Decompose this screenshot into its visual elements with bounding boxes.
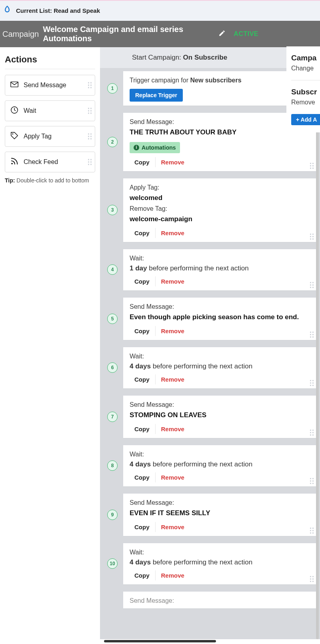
action-item-envelope[interactable]: Send Message (5, 75, 95, 96)
campaign-status-badge: ACTIVE (234, 30, 258, 38)
sidebar-heading: Actions (5, 54, 95, 65)
message-title: STOMPING ON LEAVES (130, 411, 310, 420)
edit-icon[interactable] (218, 30, 226, 38)
svg-point-3 (11, 163, 13, 164)
step-number-badge: 1 (107, 83, 118, 94)
wait-description: 4 days before performing the next action (130, 362, 310, 370)
step-row: 6Wait: 4 days before performing the next… (100, 344, 320, 388)
step-row: 8Wait: 4 days before performing the next… (100, 442, 320, 486)
copy-button[interactable]: Copy (134, 157, 156, 167)
step-card[interactable]: Send Message: Even though apple picking … (123, 298, 316, 340)
remove-button[interactable]: Remove (156, 424, 184, 434)
replace-trigger-button[interactable]: Replace Trigger (130, 89, 183, 102)
step-number-badge: 8 (107, 460, 118, 471)
step-heading: Send Message: (130, 499, 310, 506)
remove-button[interactable]: Remove (156, 228, 184, 238)
current-list-label[interactable]: Current List: Read and Speak (16, 7, 100, 14)
remove-tag-label: Remove Tag: (130, 205, 310, 212)
remove-tag-value: welcome-campaign (130, 215, 310, 224)
right-panel: Campa Change Subscr Remove + Add A (286, 46, 320, 132)
step-row: 9Send Message: EVEN IF IT SEEMS SILLY Co… (100, 490, 320, 536)
right-remove-link[interactable]: Remove (291, 99, 320, 106)
tag-icon (10, 131, 19, 142)
step-card[interactable]: Wait: 4 days before performing the next … (123, 445, 316, 486)
step-row: Send Message: (100, 588, 320, 608)
step-card[interactable]: Send Message: STOMPING ON LEAVES CopyRem… (123, 396, 316, 438)
copy-button[interactable]: Copy (134, 374, 156, 384)
wait-description: 4 days before performing the next action (130, 558, 310, 566)
message-title: EVEN IF IT SEEMS SILLY (130, 509, 310, 518)
wait-description: 1 day before performing the next action (130, 264, 310, 272)
step-row: 3Apply Tag: welcomed Remove Tag: welcome… (100, 175, 320, 242)
action-item-label: Send Message (24, 82, 66, 89)
step-heading: Send Message: (130, 401, 310, 408)
action-item-label: Check Feed (24, 158, 58, 166)
campaign-title: Welcome Campaign and email series Automa… (43, 25, 213, 43)
remove-button[interactable]: Remove (156, 522, 184, 532)
step-row: 10Wait: 4 days before performing the nex… (100, 540, 320, 584)
step-heading: Wait: (130, 353, 310, 360)
campaign-bar: Campaign Welcome Campaign and email seri… (0, 21, 320, 47)
copy-button[interactable]: Copy (134, 228, 156, 238)
list-bar: Current List: Read and Speak (0, 0, 320, 21)
step-heading: Send Message: (130, 597, 310, 604)
action-item-label: Apply Tag (24, 133, 52, 140)
sidebar-tip: Tip: Double-click to add to bottom (5, 177, 95, 184)
message-title: Even though apple picking season has com… (130, 313, 310, 322)
step-row: 5Send Message: Even though apple picking… (100, 294, 320, 340)
copy-button[interactable]: Copy (134, 570, 156, 580)
envelope-icon (10, 80, 19, 90)
step-number-badge: 9 (107, 510, 118, 520)
step-heading: Send Message: (130, 303, 310, 310)
action-item-tag[interactable]: Apply Tag (5, 126, 95, 147)
apply-tag-label: Apply Tag: (130, 184, 310, 191)
svg-point-2 (12, 134, 14, 135)
svg-rect-0 (11, 82, 18, 87)
step-row: 7Send Message: STOMPING ON LEAVES CopyRe… (100, 392, 320, 438)
step-heading: Send Message: (130, 118, 310, 126)
step-card[interactable]: Wait: 1 day before performing the next a… (123, 249, 316, 290)
step-card[interactable]: Wait: 4 days before performing the next … (123, 543, 316, 584)
copy-button[interactable]: Copy (134, 326, 156, 336)
step-card[interactable]: Send Message: EVEN IF IT SEEMS SILLY Cop… (123, 494, 316, 536)
message-title: THE TRUTH ABOUT YOUR BABY (130, 128, 310, 137)
step-number-badge: 6 (107, 362, 118, 373)
step-number-badge: 4 (107, 264, 118, 275)
copy-button[interactable]: Copy (134, 472, 156, 482)
step-row: 4Wait: 1 day before performing the next … (100, 246, 320, 290)
step-heading: Trigger campaign for New subscribers (130, 77, 310, 84)
step-heading: Wait: (130, 255, 310, 262)
clock-icon (10, 106, 19, 116)
apply-tag-value: welcomed (130, 194, 310, 203)
add-button[interactable]: + Add A (291, 114, 320, 125)
right-change-link[interactable]: Change (291, 65, 320, 72)
right-heading-campaign: Campa (291, 54, 320, 62)
campaign-label: Campaign (2, 30, 39, 39)
copy-button[interactable]: Copy (134, 522, 156, 532)
wait-description: 4 days before performing the next action (130, 460, 310, 468)
step-card[interactable]: Apply Tag: welcomed Remove Tag: welcome-… (123, 178, 316, 242)
step-heading: Wait: (130, 451, 310, 458)
right-heading-subscribers: Subscr (291, 88, 320, 96)
step-number-badge: 10 (107, 558, 118, 569)
step-number-badge: 3 (107, 205, 118, 215)
action-item-feed[interactable]: Check Feed (5, 152, 95, 172)
remove-button[interactable]: Remove (156, 570, 184, 580)
step-number-badge: 5 (107, 314, 118, 324)
copy-button[interactable]: Copy (134, 276, 156, 286)
remove-button[interactable]: Remove (156, 374, 184, 384)
remove-button[interactable]: Remove (156, 326, 184, 336)
copy-button[interactable]: Copy (134, 424, 156, 434)
remove-button[interactable]: Remove (156, 157, 184, 167)
remove-button[interactable]: Remove (156, 276, 184, 286)
automations-badge[interactable]: iAutomations (130, 142, 180, 153)
action-item-clock[interactable]: Wait (5, 100, 95, 121)
app-logo-icon (2, 5, 12, 16)
step-card[interactable]: Send Message: (123, 592, 316, 608)
actions-sidebar: Actions Send Message Wait Apply Tag Chec… (0, 47, 100, 639)
automation-canvas: Start Campaign: On Subscribe 1Trigger ca… (100, 47, 320, 639)
remove-button[interactable]: Remove (156, 472, 184, 482)
step-number-badge: 7 (107, 412, 118, 422)
action-item-label: Wait (24, 107, 36, 114)
step-card[interactable]: Wait: 4 days before performing the next … (123, 347, 316, 388)
